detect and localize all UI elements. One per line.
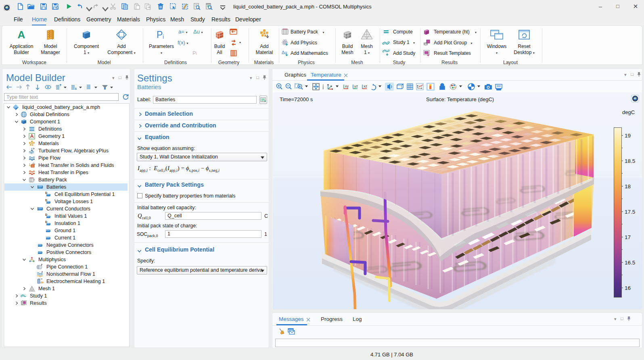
svg-text:i: i	[163, 33, 164, 40]
svg-text:A: A	[18, 29, 25, 40]
svg-text:xz: xz	[364, 84, 368, 88]
svg-text:Δu: Δu	[282, 50, 287, 55]
svg-text:P: P	[157, 29, 163, 40]
svg-text:16.5: 16.5	[625, 260, 635, 266]
svg-text:yz: yz	[354, 84, 358, 88]
svg-text:18: 18	[625, 183, 631, 189]
svg-text:17.5: 17.5	[625, 209, 635, 215]
svg-text:17: 17	[625, 234, 631, 240]
svg-text:18.5: 18.5	[625, 158, 635, 164]
svg-text:xy: xy	[345, 84, 349, 88]
svg-text:19: 19	[625, 133, 631, 139]
svg-text:16: 16	[625, 285, 631, 291]
